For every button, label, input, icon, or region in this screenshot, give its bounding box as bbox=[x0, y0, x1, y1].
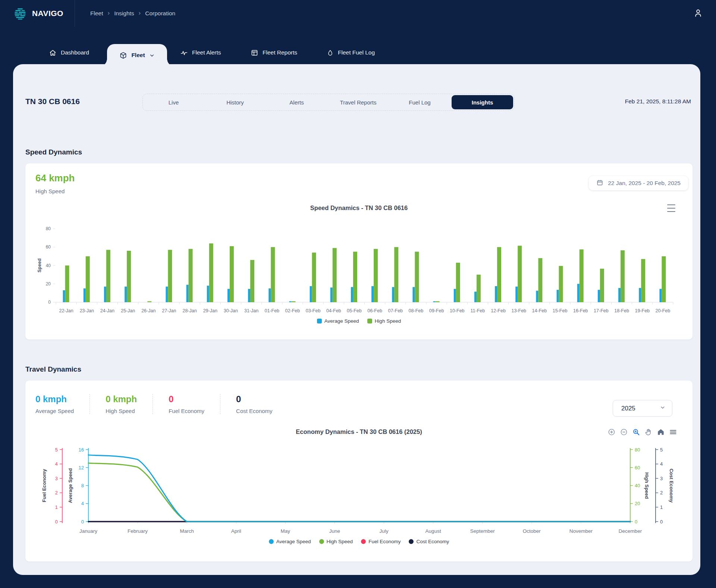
bar-average-speed[interactable] bbox=[639, 288, 641, 302]
year-select[interactable]: 2025 bbox=[613, 400, 672, 417]
tab-fleet-alerts[interactable]: Fleet Alerts bbox=[180, 39, 221, 66]
bar-average-speed[interactable] bbox=[104, 287, 106, 302]
zoom-in-icon[interactable] bbox=[607, 428, 616, 437]
bar-average-speed[interactable] bbox=[351, 287, 353, 302]
legend-fuel-economy[interactable]: Fuel Economy bbox=[361, 539, 401, 544]
menu-icon[interactable] bbox=[669, 428, 678, 437]
bar-average-speed[interactable] bbox=[433, 301, 436, 302]
bar-high-speed[interactable] bbox=[333, 248, 337, 302]
speed-bar-chart[interactable]: 020406080Speed22-Jan23-Jan24-Jan25-Jan26… bbox=[35, 223, 684, 329]
bar-high-speed[interactable] bbox=[147, 301, 151, 302]
bar-average-speed[interactable] bbox=[84, 288, 86, 302]
tab-fleet[interactable]: Fleet bbox=[107, 44, 167, 66]
selection-zoom-icon[interactable] bbox=[632, 428, 641, 437]
economy-line-chart[interactable]: 012345Fuel Economy0481216Average Speed02… bbox=[35, 443, 684, 538]
bar-average-speed[interactable] bbox=[557, 290, 559, 302]
vehicle-tab-insights[interactable]: Insights bbox=[452, 95, 513, 109]
bar-high-speed[interactable] bbox=[291, 301, 295, 302]
breadcrumb-corporation[interactable]: Corporation bbox=[145, 10, 175, 17]
bar-high-speed[interactable] bbox=[209, 243, 213, 302]
bar-average-speed[interactable] bbox=[454, 289, 456, 302]
tab-dashboard[interactable]: Dashboard bbox=[49, 39, 89, 66]
bar-average-speed[interactable] bbox=[598, 290, 600, 302]
bar-high-speed[interactable] bbox=[641, 259, 645, 302]
bar-high-speed[interactable] bbox=[477, 275, 481, 302]
date-range-picker[interactable]: 22 Jan, 2025 - 20 Feb, 2025 bbox=[589, 176, 688, 190]
bar-high-speed[interactable] bbox=[374, 249, 378, 302]
tab-fleet-fuel-log[interactable]: Fleet Fuel Log bbox=[327, 39, 375, 66]
legend-high-speed[interactable]: High Speed bbox=[319, 539, 353, 544]
bar-average-speed[interactable] bbox=[474, 292, 477, 302]
bar-high-speed[interactable] bbox=[86, 256, 90, 302]
svg-text:40: 40 bbox=[635, 483, 640, 488]
legend-high-speed[interactable]: High Speed bbox=[367, 318, 401, 324]
bar-average-speed[interactable] bbox=[659, 289, 662, 302]
bar-average-speed[interactable] bbox=[536, 291, 538, 302]
bar-high-speed[interactable] bbox=[497, 247, 501, 302]
tab-fleet-reports[interactable]: Fleet Reports bbox=[251, 39, 297, 66]
vehicle-tab-live[interactable]: Live bbox=[143, 94, 204, 110]
bar-average-speed[interactable] bbox=[268, 288, 271, 302]
bar-average-speed[interactable] bbox=[125, 287, 127, 302]
bar-high-speed[interactable] bbox=[394, 247, 398, 302]
bar-average-speed[interactable] bbox=[227, 289, 230, 302]
bar-average-speed[interactable] bbox=[392, 287, 394, 302]
bar-average-speed[interactable] bbox=[495, 286, 497, 302]
legend-marker bbox=[361, 539, 366, 544]
vehicle-tab-fuel-log[interactable]: Fuel Log bbox=[389, 94, 450, 110]
svg-text:3: 3 bbox=[660, 476, 663, 481]
bar-average-speed[interactable] bbox=[577, 284, 580, 302]
bar-high-speed[interactable] bbox=[230, 246, 234, 302]
bar-high-speed[interactable] bbox=[580, 249, 584, 302]
pan-icon[interactable] bbox=[644, 428, 653, 437]
reset-home-icon[interactable] bbox=[656, 428, 665, 437]
bar-average-speed[interactable] bbox=[330, 288, 333, 302]
bar-average-speed[interactable] bbox=[412, 287, 415, 302]
bar-high-speed[interactable] bbox=[189, 249, 193, 302]
travel-section-heading: Travel Dynamics bbox=[25, 365, 81, 373]
brand[interactable]: NAVIGO bbox=[0, 0, 75, 27]
bar-high-speed[interactable] bbox=[436, 301, 440, 302]
breadcrumb-fleet[interactable]: Fleet bbox=[90, 10, 103, 17]
bar-high-speed[interactable] bbox=[271, 247, 275, 302]
bar-high-speed[interactable] bbox=[456, 263, 460, 302]
vehicle-tab-history[interactable]: History bbox=[204, 94, 266, 110]
zoom-out-icon[interactable] bbox=[619, 428, 628, 437]
bar-average-speed[interactable] bbox=[310, 286, 312, 302]
bar-high-speed[interactable] bbox=[106, 250, 110, 302]
bar-high-speed[interactable] bbox=[621, 250, 625, 302]
user-profile-button[interactable] bbox=[690, 5, 706, 22]
bar-high-speed[interactable] bbox=[127, 251, 131, 302]
bar-high-speed[interactable] bbox=[538, 258, 542, 302]
vehicle-tab-travel-reports[interactable]: Travel Reports bbox=[327, 94, 389, 110]
bar-high-speed[interactable] bbox=[353, 252, 357, 302]
legend-average-speed[interactable]: Average Speed bbox=[317, 318, 359, 324]
bar-average-speed[interactable] bbox=[289, 301, 291, 302]
bar-average-speed[interactable] bbox=[618, 288, 621, 302]
bar-high-speed[interactable] bbox=[559, 266, 563, 302]
line-high-speed[interactable] bbox=[88, 463, 630, 522]
vehicle-tab-alerts[interactable]: Alerts bbox=[266, 94, 327, 110]
legend-average-speed[interactable]: Average Speed bbox=[269, 539, 311, 544]
legend-cost-economy[interactable]: Cost Economy bbox=[409, 539, 449, 544]
line-average-speed[interactable] bbox=[88, 455, 630, 522]
bar-high-speed[interactable] bbox=[65, 266, 69, 303]
bar-average-speed[interactable] bbox=[186, 285, 189, 302]
bar-high-speed[interactable] bbox=[600, 269, 604, 302]
chart-menu-icon[interactable] bbox=[667, 204, 675, 213]
bar-average-speed[interactable] bbox=[371, 286, 374, 302]
svg-text:01-Feb: 01-Feb bbox=[264, 308, 279, 313]
bar-average-speed[interactable] bbox=[166, 287, 168, 302]
bar-high-speed[interactable] bbox=[518, 246, 522, 302]
bar-high-speed[interactable] bbox=[168, 250, 172, 302]
bar-average-speed[interactable] bbox=[515, 287, 518, 302]
bar-high-speed[interactable] bbox=[250, 260, 254, 302]
bar-high-speed[interactable] bbox=[415, 252, 419, 302]
bar-average-speed[interactable] bbox=[63, 290, 65, 302]
bar-high-speed[interactable] bbox=[312, 253, 316, 302]
breadcrumb-insights[interactable]: Insights bbox=[114, 10, 134, 17]
bar-average-speed[interactable] bbox=[207, 286, 209, 302]
svg-text:28-Jan: 28-Jan bbox=[182, 308, 197, 313]
bar-high-speed[interactable] bbox=[662, 256, 666, 302]
bar-average-speed[interactable] bbox=[248, 289, 250, 302]
